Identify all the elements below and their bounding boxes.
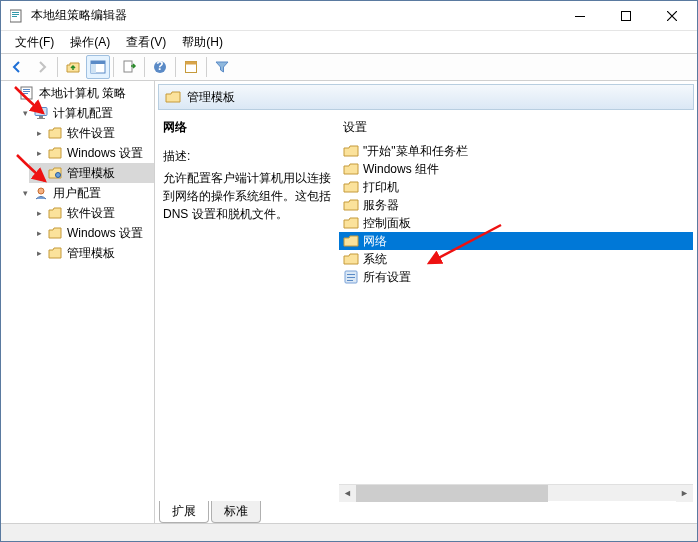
menu-action[interactable]: 操作(A) bbox=[64, 32, 116, 53]
settings-item[interactable]: 打印机 bbox=[339, 178, 693, 196]
svg-rect-19 bbox=[39, 116, 43, 118]
tree-node-computer-config[interactable]: ▾ 计算机配置 bbox=[15, 103, 154, 123]
caret-right-icon[interactable]: ▸ bbox=[33, 167, 45, 179]
menu-help[interactable]: 帮助(H) bbox=[176, 32, 229, 53]
tree-node-admin-templates[interactable]: ▸ 管理模板 bbox=[29, 243, 154, 263]
settings-item[interactable]: Windows 组件 bbox=[339, 160, 693, 178]
folder-icon bbox=[343, 251, 359, 267]
help-button[interactable]: ? bbox=[148, 55, 172, 79]
svg-rect-26 bbox=[347, 280, 353, 281]
templates-icon bbox=[47, 165, 63, 181]
forward-button[interactable] bbox=[30, 55, 54, 79]
toolbar-separator bbox=[144, 57, 145, 77]
settings-item[interactable]: 服务器 bbox=[339, 196, 693, 214]
folder-icon bbox=[47, 125, 63, 141]
caret-down-icon[interactable] bbox=[5, 87, 17, 99]
filter-button[interactable] bbox=[210, 55, 234, 79]
scroll-left-button[interactable]: ◄ bbox=[339, 485, 356, 502]
settings-item-label: 打印机 bbox=[363, 179, 399, 196]
properties-button[interactable] bbox=[179, 55, 203, 79]
menu-file[interactable]: 文件(F) bbox=[9, 32, 60, 53]
detail-header: 管理模板 bbox=[158, 84, 694, 110]
folder-icon bbox=[343, 179, 359, 195]
caret-right-icon[interactable]: ▸ bbox=[33, 127, 45, 139]
folder-icon bbox=[47, 225, 63, 241]
folder-icon bbox=[343, 197, 359, 213]
up-level-button[interactable] bbox=[61, 55, 85, 79]
svg-rect-25 bbox=[347, 277, 355, 278]
tree-node-software-settings[interactable]: ▸ 软件设置 bbox=[29, 123, 154, 143]
svg-rect-16 bbox=[23, 91, 30, 92]
tree-node-windows-settings[interactable]: ▸ Windows 设置 bbox=[29, 223, 154, 243]
settings-item[interactable]: 控制面板 bbox=[339, 214, 693, 232]
svg-rect-3 bbox=[12, 16, 17, 17]
settings-list[interactable]: "开始"菜单和任务栏Windows 组件打印机服务器控制面板网络系统所有设置 bbox=[339, 142, 693, 484]
svg-rect-1 bbox=[12, 12, 19, 13]
caret-right-icon[interactable]: ▸ bbox=[33, 147, 45, 159]
close-button[interactable] bbox=[649, 1, 695, 31]
svg-rect-20 bbox=[37, 118, 45, 119]
svg-rect-7 bbox=[91, 61, 105, 64]
horizontal-scrollbar[interactable]: ◄ ► bbox=[339, 484, 693, 501]
tree-label: Windows 设置 bbox=[67, 145, 143, 162]
tab-extended[interactable]: 扩展 bbox=[159, 501, 209, 523]
svg-point-22 bbox=[38, 188, 44, 194]
folder-icon bbox=[343, 161, 359, 177]
settings-item[interactable]: 系统 bbox=[339, 250, 693, 268]
caret-down-icon[interactable]: ▾ bbox=[19, 107, 31, 119]
folder-icon bbox=[47, 245, 63, 261]
description-text: 允许配置客户端计算机用以连接到网络的操作系统组件。这包括 DNS 设置和脱机文件… bbox=[163, 169, 331, 223]
navigation-tree[interactable]: 本地计算机 策略 ▾ 计算机配置 ▸ 软件设置 bbox=[1, 81, 155, 523]
export-list-button[interactable] bbox=[117, 55, 141, 79]
tree-label: 用户配置 bbox=[53, 185, 101, 202]
settings-item[interactable]: 网络 bbox=[339, 232, 693, 250]
svg-rect-15 bbox=[23, 89, 30, 90]
show-hide-tree-button[interactable] bbox=[86, 55, 110, 79]
folder-icon bbox=[47, 145, 63, 161]
user-icon bbox=[33, 185, 49, 201]
settings-item[interactable]: "开始"菜单和任务栏 bbox=[339, 142, 693, 160]
toolbar-separator bbox=[175, 57, 176, 77]
tree-node-windows-settings[interactable]: ▸ Windows 设置 bbox=[29, 143, 154, 163]
tree-node-software-settings[interactable]: ▸ 软件设置 bbox=[29, 203, 154, 223]
svg-rect-4 bbox=[575, 16, 585, 17]
minimize-button[interactable] bbox=[557, 1, 603, 31]
settings-column-header[interactable]: 设置 bbox=[339, 113, 693, 142]
svg-rect-17 bbox=[23, 93, 28, 94]
settings-item-label: 网络 bbox=[363, 233, 387, 250]
scroll-right-button[interactable]: ► bbox=[676, 485, 693, 502]
menu-bar: 文件(F) 操作(A) 查看(V) 帮助(H) bbox=[1, 31, 697, 53]
scrollbar-thumb[interactable] bbox=[356, 485, 548, 502]
scrollbar-track[interactable] bbox=[356, 485, 676, 502]
svg-rect-18 bbox=[35, 108, 47, 116]
caret-down-icon[interactable]: ▾ bbox=[19, 187, 31, 199]
status-bar bbox=[1, 523, 697, 541]
settings-item[interactable]: 所有设置 bbox=[339, 268, 693, 286]
svg-rect-8 bbox=[91, 64, 96, 73]
svg-rect-5 bbox=[622, 11, 631, 20]
caret-right-icon[interactable]: ▸ bbox=[33, 247, 45, 259]
folder-icon bbox=[165, 89, 181, 105]
svg-rect-2 bbox=[12, 14, 19, 15]
tab-standard[interactable]: 标准 bbox=[211, 501, 261, 523]
svg-rect-9 bbox=[124, 61, 132, 72]
settings-item-label: 服务器 bbox=[363, 197, 399, 214]
svg-rect-13 bbox=[186, 62, 197, 65]
menu-view[interactable]: 查看(V) bbox=[120, 32, 172, 53]
toolbar-separator bbox=[206, 57, 207, 77]
caret-right-icon[interactable]: ▸ bbox=[33, 227, 45, 239]
view-tabs: 扩展 标准 bbox=[155, 501, 697, 523]
toolbar: ? bbox=[1, 53, 697, 81]
app-icon bbox=[9, 8, 25, 24]
tree-node-user-config[interactable]: ▾ 用户配置 bbox=[15, 183, 154, 203]
tree-node-root[interactable]: 本地计算机 策略 bbox=[1, 83, 154, 103]
tree-label: 软件设置 bbox=[67, 125, 115, 142]
settings-icon bbox=[343, 269, 359, 285]
caret-right-icon[interactable]: ▸ bbox=[33, 207, 45, 219]
folder-icon bbox=[343, 215, 359, 231]
maximize-button[interactable] bbox=[603, 1, 649, 31]
window-title: 本地组策略编辑器 bbox=[31, 7, 557, 24]
tree-node-admin-templates[interactable]: ▸ 管理模板 bbox=[29, 163, 154, 183]
svg-point-21 bbox=[56, 173, 61, 178]
back-button[interactable] bbox=[5, 55, 29, 79]
